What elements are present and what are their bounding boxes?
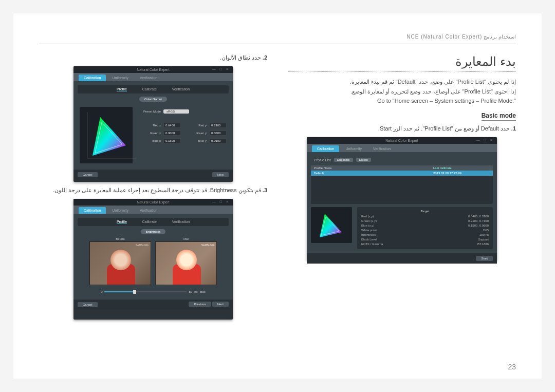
start-button[interactable]: Start <box>476 256 493 261</box>
subtab-calibrate[interactable]: Calibrate <box>142 87 157 91</box>
window-title: Natural Color Expert — □ × <box>73 66 233 73</box>
blue-x-input[interactable]: 0.1500 <box>163 138 181 143</box>
page-number: 23 <box>508 363 516 371</box>
pill-color-gamut: Color Gamut <box>139 97 167 102</box>
table-row[interactable]: Default 2013.02.20 17:25:09 <box>311 171 493 176</box>
tab-uniformity[interactable]: Uniformity <box>340 145 367 152</box>
header-breadcrumb: استخدام برنامج NCE (Natural Color Expert… <box>39 34 516 44</box>
svg-marker-0 <box>92 117 126 156</box>
main-tabs: Calibration Uniformity Verification <box>73 73 233 81</box>
section-title: بدء المعايرة <box>288 54 516 72</box>
subtab-verification[interactable]: Verification <box>172 220 190 224</box>
tab-verification[interactable]: Verification <box>135 207 162 214</box>
preset-label: Preset Mode <box>138 110 161 113</box>
window-title: Natural Color Expert — □ × <box>73 199 233 206</box>
after-label: After <box>155 237 217 240</box>
main-tabs: Calibration Uniformity Verification <box>73 206 233 214</box>
duplicate-button[interactable]: Duplicate <box>334 158 353 162</box>
red-x-label: Red x <box>138 124 161 127</box>
target-panel: Target Red (x,y)0.6400, 0.3300 Green (x,… <box>357 207 493 249</box>
after-image: SAMSUNG <box>155 241 217 285</box>
red-y-input[interactable]: 0.3300 <box>209 123 227 128</box>
tab-uniformity[interactable]: Uniformity <box>107 207 134 214</box>
svg-marker-4 <box>320 214 342 237</box>
next-button[interactable]: Next <box>212 302 229 307</box>
main-tabs: Calibration Uniformity Verification <box>307 144 497 152</box>
step-3: 3. قم بتكوين Brightness. قد تتوقف درجة ا… <box>39 187 267 194</box>
step-1: 1. حدد Default أو وضع من "Profile List".… <box>288 125 516 132</box>
profile-table: Profile Name Last calibrate Default 2013… <box>311 165 493 204</box>
red-x-input[interactable]: 0.6400 <box>163 123 181 128</box>
pill-brightness: Brightness <box>141 229 165 234</box>
blue-y-input[interactable]: 0.0600 <box>209 138 227 143</box>
sub-tabs: Profile Calibrate Verification <box>78 85 229 94</box>
window-controls[interactable]: — □ × <box>212 67 230 71</box>
green-y-label: Green y <box>183 132 207 135</box>
gamut-chart <box>80 107 133 163</box>
basic-mode-heading: Basic mode <box>482 112 516 121</box>
app-color-gamut: Natural Color Expert — □ × Calibration U… <box>73 66 233 182</box>
brightness-value: 80 <box>189 290 192 293</box>
delete-button[interactable]: Delete <box>356 158 371 162</box>
gamut-thumb <box>311 207 352 243</box>
green-x-input[interactable]: 0.3000 <box>163 130 181 136</box>
window-controls[interactable]: — □ × <box>476 138 494 142</box>
tab-calibration[interactable]: Calibration <box>79 74 106 81</box>
col-profile-name: Profile Name <box>314 166 433 170</box>
subtab-calibrate[interactable]: Calibrate <box>142 220 157 224</box>
app-brightness: Natural Color Expert — □ × Calibration U… <box>73 199 233 320</box>
blue-y-label: Blue y <box>183 139 207 142</box>
tab-calibration[interactable]: Calibration <box>312 145 339 152</box>
next-button[interactable]: Next <box>212 172 229 177</box>
window-title: Natural Color Expert — □ × <box>307 137 497 144</box>
intro-text: إذا لم يحتوي "Profile List" على وضع، حدد… <box>288 77 516 106</box>
tab-verification[interactable]: Verification <box>135 74 162 81</box>
app-profile-list: Natural Color Expert — □ × Calibration U… <box>307 137 497 260</box>
green-y-input[interactable]: 0.6000 <box>209 130 227 136</box>
brightness-slider[interactable] <box>104 291 187 292</box>
blue-x-label: Blue x <box>138 139 161 142</box>
tab-verification[interactable]: Verification <box>368 145 396 152</box>
subtab-verification[interactable]: Verification <box>172 87 190 91</box>
profile-list-label: Profile List <box>314 158 331 162</box>
cancel-button[interactable]: Cancel <box>78 302 98 307</box>
step-2: 2. حدد نطاق الألوان. <box>39 54 267 61</box>
cancel-button[interactable]: Cancel <box>78 172 98 177</box>
brightness-slider-row: 0 80 nit Max <box>78 290 229 293</box>
before-label: Before <box>89 237 151 240</box>
before-image: SAMSUNG <box>89 241 151 285</box>
tab-uniformity[interactable]: Uniformity <box>107 74 134 81</box>
subtab-profile[interactable]: Profile <box>117 87 127 91</box>
col-last-calibrate: Last calibrate <box>433 166 490 170</box>
green-x-label: Green x <box>138 132 161 135</box>
tab-calibration[interactable]: Calibration <box>79 207 106 214</box>
red-y-label: Red y <box>183 124 207 127</box>
window-controls[interactable]: — □ × <box>212 200 230 203</box>
previous-button[interactable]: Previous <box>189 302 211 307</box>
sub-tabs: Profile Calibrate Verification <box>78 218 229 226</box>
subtab-profile[interactable]: Profile <box>117 220 127 224</box>
preset-select[interactable]: sRGB <box>163 109 189 114</box>
